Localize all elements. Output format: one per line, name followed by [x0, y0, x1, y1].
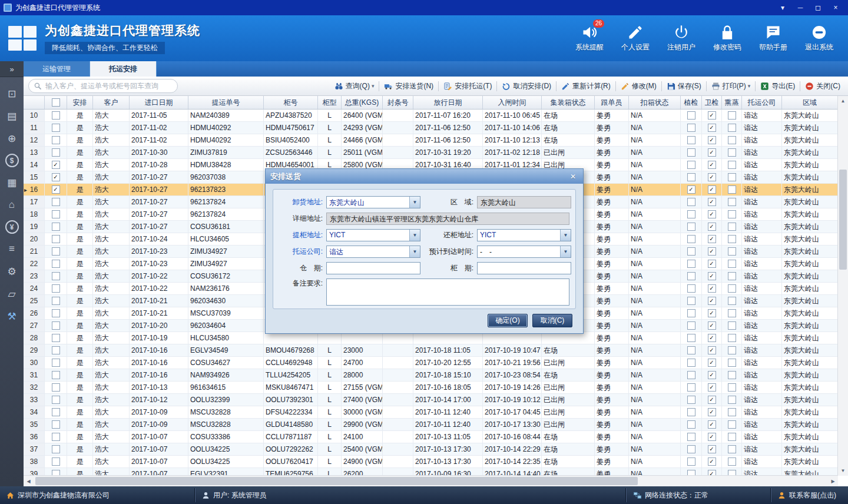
health-checkbox[interactable]: ✓ [708, 161, 716, 169]
query-button[interactable]: 查询(Q)▾ [332, 79, 377, 93]
health-checkbox[interactable]: ✓ [708, 260, 716, 268]
fumig-checkbox[interactable] [728, 371, 736, 379]
plant-checkbox[interactable] [687, 260, 695, 268]
row-number[interactable]: 13 [24, 147, 45, 158]
col-header-fumig[interactable]: 熏蒸 [722, 96, 742, 109]
modify-button[interactable]: 修改(M) [618, 79, 660, 93]
health-checkbox[interactable]: ✓ [708, 346, 716, 354]
row-select-checkbox[interactable] [52, 334, 60, 342]
row-number[interactable]: 21 [24, 246, 45, 257]
row-number[interactable]: 31 [24, 369, 45, 381]
dialog-close-icon[interactable]: ✕ [568, 173, 578, 181]
skin-button[interactable]: ▾ [774, 4, 791, 12]
save-button[interactable]: 保存(S) [664, 79, 704, 93]
row-number[interactable]: 30 [24, 357, 45, 369]
row-number[interactable]: 29 [24, 344, 45, 356]
plant-checkbox[interactable] [687, 297, 695, 305]
row-select-checkbox[interactable] [52, 420, 60, 429]
chevron-down-icon[interactable]: ▾ [748, 83, 751, 89]
chevron-down-icon[interactable]: ▼ [409, 246, 420, 257]
row-number[interactable]: 36 [24, 431, 45, 443]
col-header-ctn_status[interactable]: 集装箱状态 [542, 96, 595, 109]
row-select-checkbox[interactable] [52, 346, 60, 354]
col-header-plant[interactable]: 植检 [681, 96, 702, 109]
row-number[interactable]: 34 [24, 406, 45, 418]
row-number[interactable]: 22 [24, 258, 45, 270]
maximize-button[interactable]: ◻ [809, 4, 827, 12]
row-select-checkbox[interactable] [52, 433, 60, 441]
row-select-checkbox[interactable] [52, 445, 60, 453]
plant-checkbox[interactable] [687, 198, 695, 206]
col-header-ctn_type[interactable]: 柜型 [318, 96, 342, 109]
fumig-checkbox[interactable] [728, 272, 736, 280]
scroll-down-icon[interactable]: ▼ [838, 466, 848, 476]
col-header-customer[interactable]: 客户 [93, 96, 130, 109]
health-checkbox[interactable]: ✓ [708, 371, 716, 379]
health-checkbox[interactable]: ✓ [708, 420, 716, 429]
fumig-checkbox[interactable] [728, 247, 736, 256]
row-select-checkbox[interactable] [52, 235, 60, 243]
col-header-hold_status[interactable]: 扣箱状态 [629, 96, 681, 109]
sidebar-printer-icon[interactable]: ▦ [5, 175, 19, 190]
col-header-region[interactable]: 区域 [782, 96, 838, 109]
plant-checkbox[interactable] [687, 420, 695, 429]
plant-checkbox[interactable] [687, 433, 695, 441]
health-checkbox[interactable]: ✓ [708, 185, 716, 194]
table-row[interactable]: 29是浩大2017-10-16EGLV34549BMOU4679268L2300… [24, 344, 838, 357]
row-number[interactable]: 11 [24, 122, 45, 134]
health-checkbox[interactable]: ✓ [708, 235, 716, 243]
health-checkbox[interactable]: ✓ [708, 148, 716, 157]
row-number[interactable]: 27 [24, 320, 45, 331]
header-action-help[interactable]: 帮助手册 [753, 24, 794, 52]
row-number[interactable]: 24 [24, 283, 45, 294]
row-select-checkbox[interactable] [52, 260, 60, 268]
fumig-checkbox[interactable] [728, 260, 736, 268]
col-header-gate_in[interactable]: 入闸时间 [483, 96, 542, 109]
plant-checkbox[interactable] [687, 396, 695, 404]
plant-checkbox[interactable] [687, 457, 695, 466]
unload-address-combobox[interactable]: 东莞大岭山 ▼ [326, 196, 420, 208]
fumig-checkbox[interactable] [728, 433, 736, 441]
health-checkbox[interactable]: ✓ [708, 247, 716, 256]
col-header-seal[interactable]: 封条号 [383, 96, 413, 109]
col-header-carrier[interactable]: 托运公司 [742, 96, 782, 109]
horizontal-scrollbar[interactable]: ◀ ▶ [24, 475, 838, 486]
plant-checkbox[interactable] [687, 247, 695, 256]
row-select-checkbox[interactable] [52, 408, 60, 416]
recalculate-button[interactable]: 重新计算(R) [558, 79, 614, 93]
row-select-checkbox[interactable] [52, 383, 60, 392]
table-row[interactable]: 11是浩大2017-11-02HDMU40292HDMU4750617L2429… [24, 122, 838, 134]
fumig-checkbox[interactable] [728, 321, 736, 330]
sidebar-folder-icon[interactable]: ▱ [5, 287, 19, 301]
fumig-checkbox[interactable] [728, 396, 736, 404]
row-number[interactable]: 15 [24, 171, 45, 183]
sidebar-yen-icon[interactable]: ¥ [5, 220, 19, 234]
plant-checkbox[interactable] [687, 235, 695, 243]
sidebar-layers-icon[interactable]: ≡ [5, 242, 19, 256]
container-period-input[interactable] [477, 262, 571, 274]
fumig-checkbox[interactable] [728, 161, 736, 169]
eta-combobox[interactable]: - - ▼ [477, 246, 571, 258]
health-checkbox[interactable]: ✓ [708, 136, 716, 144]
row-number[interactable]: 26 [24, 307, 45, 319]
scroll-right-icon[interactable]: ▶ [828, 476, 838, 486]
fumig-checkbox[interactable] [728, 408, 736, 416]
row-number[interactable]: 10 [24, 110, 45, 121]
fumig-checkbox[interactable] [728, 111, 736, 120]
row-select-checkbox[interactable] [52, 297, 60, 305]
table-row[interactable]: 35是浩大2017-10-09MSCU32828GLDU4148580L2990… [24, 419, 838, 431]
contact-service-link[interactable]: 联系客服(点击) [789, 490, 836, 500]
minimize-button[interactable]: ─ [791, 4, 809, 12]
fumig-checkbox[interactable] [728, 136, 736, 144]
tab-consign[interactable]: 托运安排 [90, 61, 157, 77]
plant-checkbox[interactable] [687, 309, 695, 317]
health-checkbox[interactable]: ✓ [708, 173, 716, 181]
header-action-alerts[interactable]: 26系统提醒 [569, 24, 610, 52]
fumig-checkbox[interactable] [728, 383, 736, 392]
sidebar-monitor-icon[interactable]: ⊡ [5, 87, 19, 101]
table-row[interactable]: 28是浩大2017-10-19HLCU34580姜勇N/A✓谙达东莞大岭山 [24, 332, 838, 344]
row-select-checkbox[interactable] [52, 359, 60, 367]
plant-checkbox[interactable] [687, 383, 695, 392]
row-select-checkbox[interactable] [52, 396, 60, 404]
health-checkbox[interactable]: ✓ [708, 198, 716, 206]
